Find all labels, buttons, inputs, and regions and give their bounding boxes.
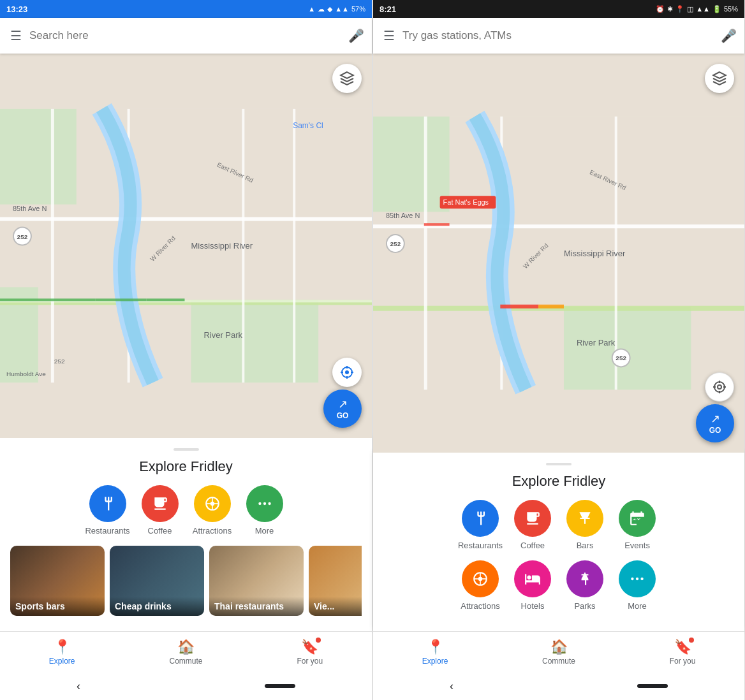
svg-text:Mississippi River: Mississippi River [191, 241, 253, 251]
category-label-coffee-left: Coffee [148, 526, 172, 536]
status-bar-right: 8:21 ⏰✱📍◫▲▲🔋55% [373, 0, 744, 18]
category-coffee-right[interactable]: Coffee [510, 500, 555, 550]
go-arrow-left: ↗ [338, 397, 348, 411]
nav-foryou-label-right: For you [670, 657, 696, 666]
back-button-right[interactable]: ‹ [450, 680, 454, 693]
category-restaurants-right[interactable]: Restaurants [458, 500, 503, 550]
svg-rect-7 [51, 109, 54, 383]
svg-rect-11 [0, 298, 96, 301]
place-card-label-view: Vie... [314, 601, 334, 611]
svg-point-36 [268, 502, 270, 505]
nav-commute-icon-left: 🏠 [177, 639, 195, 655]
svg-rect-39 [564, 307, 691, 390]
svg-text:85th Ave N: 85th Ave N [13, 205, 47, 212]
svg-point-24 [345, 370, 349, 374]
category-bars-right[interactable]: Bars [563, 500, 607, 550]
nav-foryou-left[interactable]: 🔖 For you [248, 634, 372, 671]
category-events-right[interactable]: Events [615, 500, 660, 550]
search-input-right[interactable] [402, 29, 716, 42]
explore-title-left: Explore Fridley [10, 458, 362, 475]
category-more-right[interactable]: More [615, 560, 660, 611]
place-card-thai-restaurants[interactable]: Thai restaurants [209, 546, 304, 616]
back-button-left[interactable]: ‹ [77, 680, 80, 693]
svg-text:Sam's Cl: Sam's Cl [293, 121, 323, 130]
category-label-parks-right: Parks [574, 601, 595, 611]
badge-dot-left [316, 638, 321, 643]
category-label-coffee-right: Coffee [520, 541, 545, 550]
category-label-more-left: More [255, 526, 274, 536]
category-circle-parks-right [566, 560, 603, 597]
category-circle-coffee-left [142, 485, 179, 522]
place-card-label-sports: Sports bars [15, 601, 65, 611]
menu-icon-right[interactable]: ☰ [381, 26, 397, 46]
svg-point-59 [718, 385, 721, 389]
go-text-right: GO [709, 426, 721, 435]
bottom-nav-left: 📍 Explore 🏠 Commute 🔖 For you [0, 631, 372, 672]
place-card-overlay-view: Vie... [309, 597, 362, 616]
bottom-sheet-left: Explore Fridley Restaurants Coffee [0, 438, 372, 631]
category-circle-restaurants-right [462, 500, 499, 537]
category-grid-row2-right: Attractions Hotels Parks [383, 560, 734, 611]
category-hotels-right[interactable]: Hotels [510, 560, 555, 611]
svg-point-60 [714, 382, 725, 392]
nav-commute-label-left: Commute [169, 657, 202, 666]
category-coffee-left[interactable]: Coffee [138, 485, 182, 536]
svg-text:River Park: River Park [203, 330, 242, 340]
category-attractions-right[interactable]: Attractions [458, 560, 503, 611]
nav-commute-right[interactable]: 🏠 Commute [497, 634, 621, 671]
layers-button-right[interactable] [705, 64, 734, 93]
home-indicator-right[interactable] [637, 684, 668, 688]
go-button-left[interactable]: ↗ GO [323, 390, 362, 428]
mic-icon-right[interactable]: 🎤 [721, 28, 737, 43]
place-card-overlay-sports: Sports bars [10, 597, 105, 616]
svg-rect-1 [0, 109, 77, 205]
search-input-left[interactable] [29, 29, 343, 42]
menu-icon-left[interactable]: ☰ [8, 26, 24, 46]
go-arrow-right: ↗ [711, 412, 720, 426]
go-text-left: GO [337, 411, 349, 420]
search-bar-left: ☰ 🎤 [0, 18, 372, 54]
sheet-handle-left [173, 448, 199, 451]
location-button-right[interactable] [705, 372, 734, 402]
category-label-attractions-right: Attractions [461, 601, 499, 611]
place-card-view[interactable]: Vie... [309, 546, 362, 616]
category-circle-attractions-left [194, 485, 231, 522]
nav-explore-icon-right: 📍 [427, 639, 444, 655]
place-card-sports-bars[interactable]: Sports bars [10, 546, 105, 616]
svg-text:252: 252 [17, 233, 28, 240]
category-label-restaurants-right: Restaurants [458, 541, 503, 550]
home-indicator-left[interactable] [265, 684, 295, 688]
category-parks-right[interactable]: Parks [563, 560, 607, 611]
place-card-cheap-drinks[interactable]: Cheap drinks [110, 546, 204, 616]
category-more-left[interactable]: More [242, 485, 287, 536]
svg-rect-13 [147, 298, 185, 301]
mic-icon-left[interactable]: 🎤 [348, 28, 364, 43]
location-button-left[interactable] [332, 358, 362, 387]
svg-rect-10 [293, 109, 295, 383]
category-label-more-right: More [628, 601, 647, 611]
category-restaurants-left[interactable]: Restaurants [85, 485, 129, 536]
category-grid-row1-right: Restaurants Coffee Bars [383, 500, 734, 550]
svg-text:252: 252 [54, 358, 65, 365]
explore-title-right: Explore Fridley [383, 473, 734, 490]
place-card-overlay-thai: Thai restaurants [209, 597, 304, 616]
nav-explore-left[interactable]: 📍 Explore [0, 634, 124, 671]
category-circle-more-right [619, 560, 656, 597]
nav-commute-left[interactable]: 🏠 Commute [124, 634, 247, 671]
go-button-right[interactable]: ↗ GO [696, 404, 734, 442]
category-circle-coffee-right [514, 500, 551, 537]
nav-foryou-right[interactable]: 🔖 For you [621, 634, 744, 671]
svg-rect-47 [424, 223, 450, 226]
right-phone: 8:21 ⏰✱📍◫▲▲🔋55% ☰ 🎤 [373, 0, 745, 700]
sheet-handle-right [546, 463, 572, 465]
nav-explore-label-right: Explore [422, 657, 448, 666]
category-attractions-left[interactable]: Attractions [190, 485, 235, 536]
nav-explore-right[interactable]: 📍 Explore [373, 634, 497, 671]
search-bar-right: ☰ 🎤 [373, 18, 744, 54]
category-circle-more-left [246, 485, 283, 522]
svg-point-35 [263, 502, 265, 505]
layers-button-left[interactable] [332, 64, 362, 93]
svg-marker-65 [632, 518, 640, 520]
place-card-overlay-drinks: Cheap drinks [110, 597, 204, 616]
bottom-nav-right: 📍 Explore 🏠 Commute 🔖 For you [373, 631, 744, 672]
